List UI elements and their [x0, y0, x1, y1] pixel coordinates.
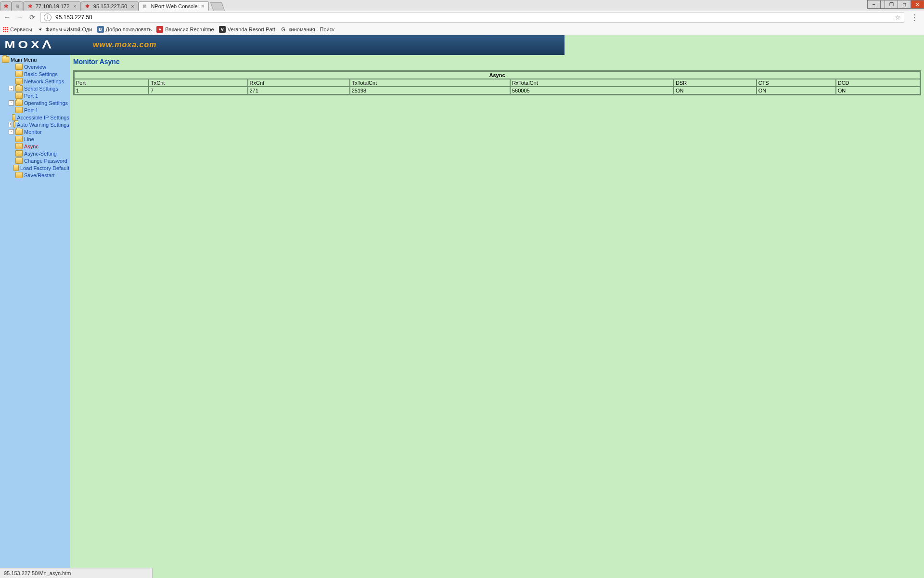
async-table: AsyncPortTxCntRxCntTxTotalCntRxTotalCntD… [73, 70, 921, 95]
tree-link[interactable]: Network Settings [24, 79, 64, 84]
expand-icon[interactable]: - [9, 100, 14, 105]
window-minimize-button[interactable]: − [867, 0, 881, 9]
window-sep-button[interactable] [881, 0, 885, 9]
bookmark-1[interactable]: BДобро пожаловать [97, 26, 152, 33]
expand-icon[interactable]: + [9, 122, 12, 127]
tree-link[interactable]: Port 1 [24, 107, 38, 113]
tab-0[interactable]: ✱ [0, 1, 12, 11]
tab-strip: ✱🗎✱77.108.19.172×✱95.153.227.50×🗎NPort W… [0, 0, 924, 11]
tab-4[interactable]: 🗎NPort Web Console× [139, 1, 209, 11]
tree-link[interactable]: Overview [24, 64, 46, 70]
folder-icon [15, 64, 23, 70]
tree-item-basic-settings[interactable]: Basic Settings [1, 70, 69, 78]
site-info-icon[interactable]: i [44, 13, 51, 21]
tree-item-line[interactable]: Line [1, 135, 69, 143]
bookmark-star-icon[interactable]: ☆ [895, 13, 901, 21]
tree-item-async-setting[interactable]: Async-Setting [1, 150, 69, 157]
tree-link[interactable]: Port 1 [24, 93, 38, 99]
tab-label: 77.108.19.172 [36, 3, 69, 9]
window-maximize-button[interactable]: □ [898, 0, 911, 9]
moxa-logo: MOXᐱ [9, 39, 50, 51]
bookmark-3[interactable]: VVeranda Resort Patt [219, 26, 275, 33]
favicon-red-icon: ✱ [2, 3, 9, 10]
tree-link[interactable]: Auto Warning Settings [17, 122, 69, 128]
bookmark-4[interactable]: Gкиномания - Поиск [280, 26, 334, 33]
bookmark-2[interactable]: ●Вакансия Recruitme [156, 26, 214, 33]
table-caption: Async [74, 71, 920, 79]
banner: MOXᐱ www.moxa.com [0, 35, 565, 55]
new-tab-button[interactable] [210, 2, 225, 11]
table-cell: ON [757, 87, 836, 94]
folder-icon [15, 107, 23, 113]
tree-item-port-1[interactable]: Port 1 [1, 106, 69, 114]
tree-item-serial-settings[interactable]: - Serial Settings [1, 85, 69, 92]
favicon-page-icon: 🗎 [142, 3, 149, 10]
folder-icon [15, 85, 23, 92]
table-row: 1727125198560005ONONON [74, 87, 920, 94]
tree-item-load-factory-default[interactable]: Load Factory Default [1, 164, 69, 171]
page-title: Monitor Async [73, 58, 921, 66]
tree-item-port-1[interactable]: Port 1 [1, 92, 69, 99]
tab-close-icon[interactable]: × [202, 3, 205, 9]
tree-item-async[interactable]: Async [1, 143, 69, 150]
sidebar: Main Menu Overview Basic Settings Networ… [0, 55, 70, 578]
tree-item-monitor[interactable]: - Monitor [1, 128, 69, 135]
tree-link[interactable]: Monitor [24, 129, 42, 135]
url-input[interactable] [54, 13, 892, 21]
nav-reload-button[interactable]: ⟳ [28, 13, 37, 22]
folder-icon [12, 114, 15, 120]
tree-item-auto-warning-settings[interactable]: + Auto Warning Settings [1, 121, 69, 128]
window-close-button[interactable]: ✕ [911, 0, 924, 9]
bookmark-icon: B [97, 26, 104, 33]
folder-icon [15, 172, 23, 178]
table-cell: 271 [248, 87, 350, 94]
expand-icon[interactable]: - [9, 129, 14, 134]
tree-item-operating-settings[interactable]: - Operating Settings [1, 99, 69, 106]
address-bar: ← → ⟳ i ☆ ⋮ [0, 11, 924, 25]
bookmark-icon: ✶ [37, 26, 44, 33]
tree-link[interactable]: Async [24, 144, 38, 149]
folder-icon [13, 121, 15, 128]
bookmark-label: киномания - Поиск [289, 26, 334, 32]
folder-icon [15, 129, 23, 135]
favicon-red-icon: ✱ [26, 3, 33, 10]
tree-link[interactable]: Basic Settings [24, 71, 58, 77]
tree-link[interactable]: Change Password [24, 158, 67, 164]
tree-link[interactable]: Save/Restart [24, 172, 55, 178]
col-cts: CTS [757, 79, 836, 87]
folder-icon [15, 92, 23, 99]
tree-item-accessible-ip-settings[interactable]: Accessible IP Settings [1, 114, 69, 121]
tab-1[interactable]: 🗎 [12, 1, 23, 11]
col-rxtotalcnt: RxTotalCnt [510, 79, 674, 87]
tree-link[interactable]: Operating Settings [24, 100, 68, 106]
folder-icon [15, 100, 23, 106]
tree-link[interactable]: Async-Setting [24, 151, 57, 157]
expand-icon[interactable]: - [9, 86, 14, 91]
nav-forward-button[interactable]: → [15, 13, 24, 22]
browser-menu-icon[interactable]: ⋮ [908, 13, 921, 22]
tree-link[interactable]: Line [24, 136, 34, 142]
tree-root[interactable]: Main Menu [1, 56, 69, 63]
tree-link[interactable]: Accessible IP Settings [17, 115, 69, 120]
tree-item-save-restart[interactable]: Save/Restart [1, 171, 69, 179]
tab-3[interactable]: ✱95.153.227.50× [81, 1, 139, 11]
tree-item-overview[interactable]: Overview [1, 63, 69, 70]
window-restore-button[interactable]: ❐ [885, 0, 898, 9]
folder-icon [15, 136, 23, 142]
tab-close-icon[interactable]: × [73, 3, 76, 9]
tree-link[interactable]: Load Factory Default [20, 165, 69, 171]
tree-item-network-settings[interactable]: Network Settings [1, 78, 69, 85]
tab-close-icon[interactable]: × [131, 3, 134, 9]
omnibox[interactable]: i ☆ [40, 12, 904, 23]
bookmark-0[interactable]: ✶Фильм «Изгой-Оди [37, 26, 92, 33]
tree-item-change-password[interactable]: Change Password [1, 157, 69, 164]
nav-back-button[interactable]: ← [3, 13, 12, 22]
bookmarks-bar: Сервисы ✶Фильм «Изгой-ОдиBДобро пожалова… [0, 24, 924, 35]
bookmark-icon: V [219, 26, 226, 33]
tree-link[interactable]: Serial Settings [24, 86, 58, 92]
tab-label: NPort Web Console [151, 3, 198, 9]
col-dsr: DSR [674, 79, 757, 87]
folder-icon [13, 165, 19, 171]
tab-2[interactable]: ✱77.108.19.172× [23, 1, 81, 11]
apps-shortcut[interactable]: Сервисы [3, 26, 32, 32]
